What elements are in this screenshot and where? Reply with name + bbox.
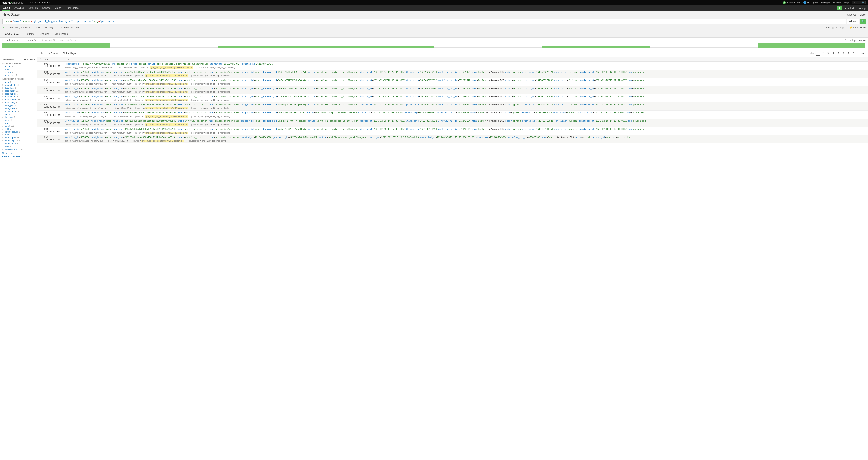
list-view-dropdown[interactable]: List — [40, 52, 43, 55]
nav-tab-dashboards[interactable]: Dashboards — [66, 5, 79, 11]
field-punct[interactable]: apunct100+ — [2, 125, 35, 127]
field-workflow_run_id[interactable]: #workflow_run_id10 — [2, 148, 35, 151]
field-repo[interactable]: arepo5 — [2, 128, 35, 130]
event-sampling-dropdown[interactable]: No Event Sampling — [60, 26, 80, 29]
tag-source[interactable]: source = ghe_audit_log_monitoring://GHE-… — [133, 140, 184, 142]
field-host[interactable]: ahost1 — [2, 68, 35, 70]
tab-statistics[interactable]: Statistics — [37, 31, 52, 37]
format-button[interactable]: ✎ Format — [48, 52, 58, 55]
tag-sourcetype[interactable]: sourcetype = ghe_audit_log_monitoring — [192, 91, 230, 93]
smart-mode-dropdown[interactable]: ⚡ Smart Mode — [849, 26, 866, 29]
tag-source[interactable]: source = ghe_audit_log_monitoring://GHE-… — [136, 115, 188, 118]
expand-icon[interactable]: › — [37, 136, 43, 143]
tag-action[interactable]: action = org_credential_authorization.de… — [65, 66, 112, 69]
tag-sourcetype[interactable]: sourcetype = ghe_audit_log_monitoring — [192, 115, 230, 118]
col-event[interactable]: Event — [64, 57, 868, 61]
timeline[interactable] — [0, 43, 868, 50]
event-raw[interactable]: workflow_id=5854970 head_branch=main hea… — [65, 136, 867, 139]
field-name[interactable]: aname6 — [2, 119, 35, 121]
field-source[interactable]: asource1 — [2, 71, 35, 73]
field-team[interactable]: ateam33 — [2, 133, 35, 136]
field-created_at[interactable]: #created_at100+ — [2, 84, 35, 86]
field-splunk_server[interactable]: asplunk_server1 — [2, 131, 35, 133]
administrator-menu[interactable]: iAdministrator — [783, 1, 800, 4]
tag-source[interactable]: source = ghe_audit_log_monitoring://GHE-… — [136, 99, 188, 101]
nav-tab-datasets[interactable]: Datasets — [28, 5, 38, 11]
tag-host[interactable]: host = afef2d6e33d0 — [112, 107, 131, 109]
per-page-dropdown[interactable]: 50 Per Page — [63, 52, 76, 55]
field-date_minute[interactable]: #date_minute37 — [2, 93, 35, 95]
stop-icon[interactable]: ■ — [836, 27, 838, 29]
next-button[interactable]: Next › — [861, 51, 866, 56]
expand-icon[interactable]: › — [37, 62, 43, 69]
field-user[interactable]: auser2 — [2, 145, 35, 148]
page-6[interactable]: 6 — [841, 51, 845, 56]
tag-host[interactable]: host = afef2d6e33d0 — [112, 99, 131, 101]
field-sourcetype[interactable]: asourcetype1 — [2, 74, 35, 76]
field-date_hour[interactable]: #date_hour14 — [2, 87, 35, 89]
expand-icon[interactable]: › — [37, 70, 43, 77]
tag-action[interactable]: action = workflows.completed_workflow_ru… — [65, 91, 107, 93]
timeline-bar[interactable] — [542, 46, 650, 48]
timeline-bar[interactable] — [2, 43, 110, 48]
settings-menu[interactable]: Settings — [821, 1, 830, 4]
page-7[interactable]: 7 — [846, 51, 850, 56]
timeline-bar[interactable] — [218, 46, 326, 48]
page-3[interactable]: 3 — [826, 51, 830, 56]
export-icon[interactable]: ⤓ — [845, 27, 847, 29]
expand-icon[interactable]: › — [37, 87, 43, 94]
page-8[interactable]: 8 — [851, 51, 856, 56]
expand-icon[interactable]: › — [37, 127, 43, 134]
tag-sourcetype[interactable]: sourcetype = ghe_audit_log_monitoring — [197, 66, 235, 69]
page-5[interactable]: 5 — [836, 51, 840, 56]
tag-source[interactable]: source = ghe_audit_log_monitoring://GHE-… — [136, 74, 188, 77]
expand-icon[interactable]: › — [37, 79, 43, 85]
nav-tab-search[interactable]: Search — [2, 5, 10, 11]
job-dropdown[interactable]: Job — [826, 26, 829, 29]
search-input[interactable]: index="main" source="ghe_audit_log_monit… — [2, 19, 846, 24]
save-as-button[interactable]: Save As — [847, 13, 856, 16]
print-icon[interactable]: ⎙ — [842, 27, 844, 29]
tag-host[interactable]: host = afef2d6e33d0 — [112, 74, 131, 77]
field-date_year[interactable]: #date_year2 — [2, 104, 35, 106]
expand-icon[interactable]: › — [37, 111, 43, 118]
close-button[interactable]: Close — [860, 13, 866, 16]
field-timestamp[interactable]: #timestamp100+ — [2, 140, 35, 142]
tag-host[interactable]: host = afef2d6e33d0 — [112, 131, 131, 134]
pause-icon[interactable]: ❚❚ — [831, 27, 835, 29]
timeline-bar[interactable] — [434, 47, 542, 48]
field-date_zone[interactable]: #date_zone3 — [2, 107, 35, 110]
timeline-bar[interactable] — [650, 47, 758, 48]
event-raw[interactable]: workflow_id=5854970 head_branch=main hea… — [65, 79, 867, 82]
expand-icon[interactable]: › — [37, 95, 43, 101]
tab-events[interactable]: Events (2,033) — [2, 30, 23, 37]
nav-tab-alerts[interactable]: Alerts — [55, 5, 61, 11]
field-org[interactable]: aorg1 — [2, 122, 35, 124]
tag-action[interactable]: action = workflows.cancel_workflow_run — [65, 140, 103, 142]
nav-tab-reports[interactable]: Reports — [42, 5, 51, 11]
tag-sourcetype[interactable]: sourcetype = ghe_audit_log_monitoring — [189, 140, 226, 142]
zoom-out-button[interactable]: — Zoom Out — [24, 39, 37, 41]
timeline-bar[interactable] — [758, 43, 865, 48]
share-icon[interactable]: ↗ — [839, 27, 841, 29]
timeline-bar[interactable] — [110, 47, 218, 48]
messages-menu[interactable]: 2Messages — [804, 1, 817, 4]
tag-sourcetype[interactable]: sourcetype = ghe_audit_log_monitoring — [192, 107, 230, 109]
field-date_mday[interactable]: #date_mday11 — [2, 90, 35, 92]
field-index[interactable]: aindex1 — [2, 113, 35, 115]
event-raw[interactable]: workflow_id=5854970 head_branch=main hea… — [65, 128, 867, 131]
field-actor[interactable]: aactor2 — [2, 81, 35, 83]
event-raw[interactable]: workflow_id=5854970 head_branch=main hea… — [65, 112, 867, 115]
tag-source[interactable]: source = ghe_audit_log_monitoring://GHE-… — [142, 66, 193, 69]
tag-host[interactable]: host = afef2d6e33d0 — [112, 91, 131, 93]
event-raw[interactable]: workflow_id=5854970 head_branch=main hea… — [65, 103, 867, 106]
col-time[interactable]: Time — [43, 57, 64, 61]
expand-icon[interactable]: › — [37, 119, 43, 126]
tag-sourcetype[interactable]: sourcetype = ghe_audit_log_monitoring — [192, 74, 230, 77]
tag-host[interactable]: host = afef2d6e33d0 — [112, 83, 131, 85]
tag-source[interactable]: source = ghe_audit_log_monitoring://GHE-… — [136, 107, 188, 109]
field-date_second[interactable]: #date_second53 — [2, 98, 35, 101]
all-fields-button[interactable]: ☰ All Fields — [24, 58, 35, 61]
field-timestartpos[interactable]: #timestartpos83 — [2, 142, 35, 145]
help-menu[interactable]: Help — [844, 1, 849, 4]
